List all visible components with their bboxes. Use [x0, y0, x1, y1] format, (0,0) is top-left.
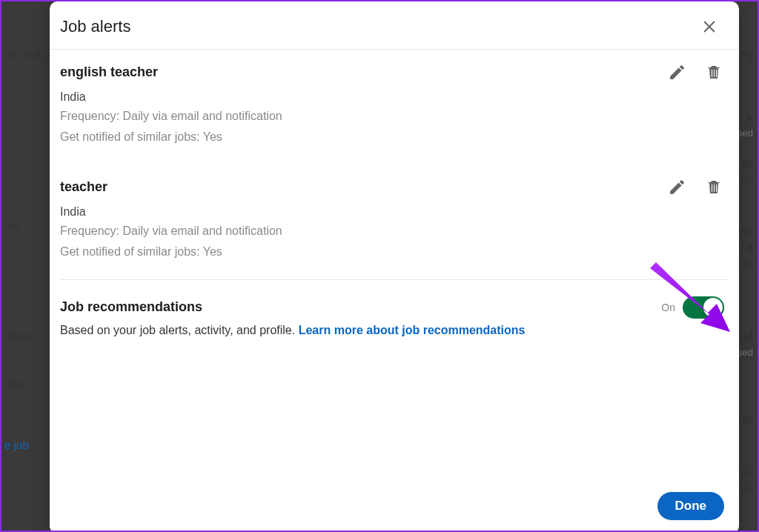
bg-left-item: tings	[4, 377, 28, 390]
toggle-knob	[703, 298, 723, 317]
delete-alert-button[interactable]	[703, 61, 724, 82]
alert-location: India	[60, 90, 729, 104]
recommendations-description: Based on your job alerts, activity, and …	[60, 324, 729, 337]
recommendations-desc-text: Based on your job alerts, activity, and …	[60, 324, 299, 336]
bg-search-hint: tle, skill,	[4, 47, 44, 60]
modal-footer: Done	[50, 482, 739, 532]
job-alerts-modal: Job alerts english teacher India Frequen…	[50, 1, 739, 532]
modal-header: Job alerts	[50, 1, 739, 50]
toggle-state-label: On	[661, 302, 675, 313]
done-button[interactable]: Done	[657, 492, 725, 520]
alert-actions	[666, 61, 724, 82]
close-icon	[701, 19, 717, 35]
alert-similar-jobs: Get notified of similar jobs: Yes	[60, 245, 729, 259]
learn-more-link[interactable]: Learn more about job recommendations	[299, 324, 526, 336]
alert-frequency: Frequency: Daily via email and notificat…	[60, 225, 729, 238]
alert-similar-jobs: Get notified of similar jobs: Yes	[60, 130, 729, 144]
close-button[interactable]	[697, 15, 721, 39]
bg-left-item: dance	[4, 330, 35, 342]
trash-icon	[705, 178, 723, 196]
bg-right-item: k	[747, 111, 753, 124]
alert-title: english teacher	[60, 64, 729, 80]
recommendations-toggle-wrap: On	[661, 296, 724, 319]
alert-actions	[666, 176, 724, 197]
recommendations-title: Job recommendations	[60, 299, 729, 315]
page-backdrop: tle, skill, nts r dance tings e job Fo k…	[0, 0, 759, 532]
alert-frequency: Frequency: Daily via email and notificat…	[60, 110, 729, 123]
pencil-icon	[668, 178, 686, 196]
modal-title: Job alerts	[60, 17, 130, 36]
recommendations-toggle[interactable]	[683, 296, 724, 319]
alert-location: India	[60, 205, 729, 219]
alert-item: english teacher India Frequency: Daily v…	[60, 50, 729, 164]
delete-alert-button[interactable]	[703, 176, 724, 197]
bg-left-item: e job	[4, 439, 29, 451]
modal-body: english teacher India Frequency: Daily v…	[50, 50, 739, 482]
job-recommendations-section: Job recommendations Based on your job al…	[60, 280, 729, 352]
edit-alert-button[interactable]	[666, 61, 687, 82]
trash-icon	[705, 63, 723, 81]
pencil-icon	[668, 63, 686, 82]
edit-alert-button[interactable]	[666, 176, 687, 197]
alert-item: teacher India Frequency: Daily via email…	[60, 164, 729, 279]
bg-left-item: r	[4, 279, 8, 292]
bg-right-item: Fo	[740, 47, 753, 60]
bg-left-item: nts	[4, 219, 19, 232]
alert-title: teacher	[60, 179, 729, 195]
